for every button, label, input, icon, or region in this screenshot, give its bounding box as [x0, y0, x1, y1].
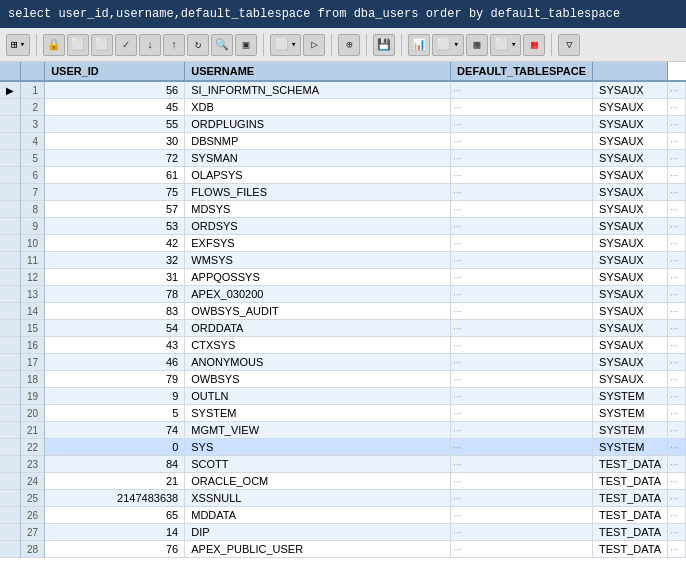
connect-button[interactable]: ⊕	[338, 34, 360, 56]
dots-cell: ···	[451, 99, 593, 116]
user-id-cell: 53	[45, 218, 185, 235]
user-id-cell: 55	[45, 116, 185, 133]
table-row[interactable]: 953ORDSYS···SYSAUX···	[0, 218, 686, 235]
table-row[interactable]: 205SYSTEM···SYSTEM···	[0, 405, 686, 422]
row-indicator-cell	[0, 150, 21, 167]
col-header-username[interactable]: USERNAME	[185, 62, 451, 81]
trailing-dots-cell: ···	[668, 354, 686, 371]
table-row[interactable]: 1378APEX_030200···SYSAUX···	[0, 286, 686, 303]
row-number: 23	[21, 456, 45, 473]
dots-cell: ···	[451, 218, 593, 235]
indicator-header	[0, 62, 21, 81]
toolbar-dropdown-3[interactable]: ⬜ ▾	[432, 34, 463, 56]
row-arrow-icon: ▶	[6, 85, 14, 96]
toolbar-dropdown-1[interactable]: ⊞ ▾	[6, 34, 30, 56]
row-number: 19	[21, 388, 45, 405]
nav-icon: ⬜	[275, 38, 289, 51]
row-number: 8	[21, 201, 45, 218]
user-id-cell: 46	[45, 354, 185, 371]
filter-button[interactable]: ▽	[558, 34, 580, 56]
user-id-cell: 79	[45, 371, 185, 388]
tablespace-cell: SYSAUX	[593, 320, 668, 337]
row-number: 18	[21, 371, 45, 388]
copy-button[interactable]: ⬜	[67, 34, 89, 56]
table-row[interactable]: 2174MGMT_VIEW···SYSTEM···	[0, 422, 686, 439]
refresh-button[interactable]: ↻	[187, 34, 209, 56]
row-indicator-cell	[0, 116, 21, 133]
row-number: 6	[21, 167, 45, 184]
user-id-cell: 74	[45, 422, 185, 439]
table-row[interactable]: 2876APEX_PUBLIC_USER···TEST_DATA···	[0, 541, 686, 558]
username-cell: ORACLE_OCM	[185, 473, 451, 490]
username-cell: ORDPLUGINS	[185, 116, 451, 133]
tablespace-cell: SYSAUX	[593, 116, 668, 133]
table-row[interactable]: 199OUTLN···SYSTEM···	[0, 388, 686, 405]
table-row[interactable]: 775FLOWS_FILES···SYSAUX···	[0, 184, 686, 201]
table-row[interactable]: 220SYS···SYSTEM···	[0, 439, 686, 456]
row-number: 21	[21, 422, 45, 439]
table-row[interactable]: 857MDSYS···SYSAUX···	[0, 201, 686, 218]
user-id-cell: 5	[45, 405, 185, 422]
table-row[interactable]: ▶156SI_INFORMTN_SCHEMA···SYSAUX···	[0, 81, 686, 99]
down-button[interactable]: ↓	[139, 34, 161, 56]
paste-button[interactable]: ⬜	[91, 34, 113, 56]
tablespace-cell: SYSAUX	[593, 218, 668, 235]
user-id-cell: 83	[45, 303, 185, 320]
row-number: 27	[21, 524, 45, 541]
save-button[interactable]: 💾	[373, 34, 395, 56]
lock-button[interactable]: 🔒	[43, 34, 65, 56]
username-cell: EXFSYS	[185, 235, 451, 252]
table-row[interactable]: 1042EXFSYS···SYSAUX···	[0, 235, 686, 252]
dots-cell: ···	[451, 252, 593, 269]
toolbar-dropdown-4[interactable]: ⬜ ▾	[490, 34, 521, 56]
user-id-cell: 78	[45, 286, 185, 303]
toolbar-dropdown-2[interactable]: ⬜ ▾	[270, 34, 301, 56]
graph-button[interactable]: 📊	[408, 34, 430, 56]
table-row[interactable]: 2714DIP···TEST_DATA···	[0, 524, 686, 541]
table-row[interactable]: 430DBSNMP···SYSAUX···	[0, 133, 686, 150]
dropdown-caret-2: ▾	[291, 39, 296, 50]
table-row[interactable]: 1879OWBSYS···SYSAUX···	[0, 371, 686, 388]
table-row[interactable]: 661OLAPSYS···SYSAUX···	[0, 167, 686, 184]
col-header-user-id[interactable]: USER_ID	[45, 62, 185, 81]
row-indicator-cell	[0, 388, 21, 405]
table-row[interactable]: 1231APPQOSSYS···SYSAUX···	[0, 269, 686, 286]
user-id-cell: 65	[45, 507, 185, 524]
table-row[interactable]: 2384SCOTT···TEST_DATA···	[0, 456, 686, 473]
table-row[interactable]: 1746ANONYMOUS···SYSAUX···	[0, 354, 686, 371]
grid2-button[interactable]: ▦	[466, 34, 488, 56]
tablespace-cell: TEST_DATA	[593, 473, 668, 490]
row-number: 14	[21, 303, 45, 320]
col-header-extra	[593, 62, 668, 81]
col-header-tablespace[interactable]: DEFAULT_TABLESPACE	[451, 62, 593, 81]
check-button[interactable]: ✓	[115, 34, 137, 56]
table-row[interactable]: 252147483638XSSNULL···TEST_DATA···	[0, 490, 686, 507]
action-button[interactable]: ▣	[235, 34, 257, 56]
table-row[interactable]: 1554ORDDATA···SYSAUX···	[0, 320, 686, 337]
trailing-dots-cell: ···	[668, 167, 686, 184]
red-table-button[interactable]: ▦	[523, 34, 545, 56]
table-row[interactable]: 2421ORACLE_OCM···TEST_DATA···	[0, 473, 686, 490]
table-row[interactable]: 1483OWBSYS_AUDIT···SYSAUX···	[0, 303, 686, 320]
table-row[interactable]: 1643CTXSYS···SYSAUX···	[0, 337, 686, 354]
username-cell: MDSYS	[185, 201, 451, 218]
user-id-cell: 32	[45, 252, 185, 269]
sql-query-text: select user_id,username,default_tablespa…	[8, 7, 620, 21]
trailing-dots-cell: ···	[668, 524, 686, 541]
triangle-button[interactable]: ▷	[303, 34, 325, 56]
username-cell: OWBSYS_AUDIT	[185, 303, 451, 320]
trailing-dots-cell: ···	[668, 422, 686, 439]
tablespace-cell: TEST_DATA	[593, 507, 668, 524]
search-button[interactable]: 🔍	[211, 34, 233, 56]
tablespace-cell: SYSAUX	[593, 99, 668, 116]
row-number: 5	[21, 150, 45, 167]
table-row[interactable]: 1132WMSYS···SYSAUX···	[0, 252, 686, 269]
up-button[interactable]: ↑	[163, 34, 185, 56]
table-row[interactable]: 355ORDPLUGINS···SYSAUX···	[0, 116, 686, 133]
table-row[interactable]: 2665MDDATA···TEST_DATA···	[0, 507, 686, 524]
row-indicator-cell	[0, 337, 21, 354]
table-row[interactable]: 572SYSMAN···SYSAUX···	[0, 150, 686, 167]
row-number: 7	[21, 184, 45, 201]
table-row[interactable]: 245XDB···SYSAUX···	[0, 99, 686, 116]
dots-cell: ···	[451, 354, 593, 371]
